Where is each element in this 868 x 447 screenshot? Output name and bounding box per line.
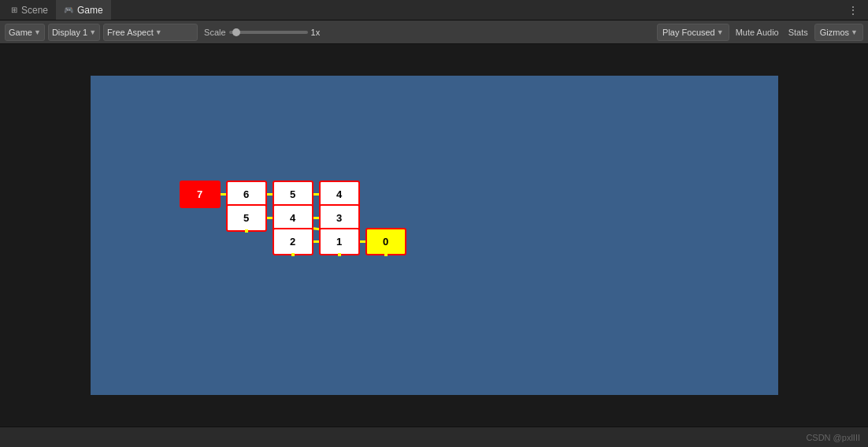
tab-scene-label: Scene <box>21 5 48 16</box>
card-7: 7 <box>180 181 221 208</box>
display-dropdown-arrow: ▼ <box>89 28 96 36</box>
card-0: 0 <box>365 228 406 255</box>
display-dropdown[interactable]: Display 1 ▼ <box>48 24 100 41</box>
scale-value: 1x <box>311 28 324 37</box>
aspect-dropdown[interactable]: Free Aspect ▼ <box>103 24 198 41</box>
scene-icon: ⊞ <box>11 6 17 14</box>
game-dropdown[interactable]: Game ▼ <box>5 24 45 41</box>
scale-slider-thumb <box>232 28 240 36</box>
aspect-dropdown-label: Free Aspect <box>107 28 154 37</box>
game-dropdown-label: Game <box>9 28 32 37</box>
scale-section: Scale 1x <box>204 28 324 37</box>
tab-game[interactable]: 🎮 Game <box>56 0 111 20</box>
game-dropdown-arrow: ▼ <box>34 28 41 36</box>
card-5: 5 <box>226 204 267 232</box>
more-button[interactable]: ⋮ <box>841 4 865 17</box>
game-viewport: 7654543210 <box>91 76 778 395</box>
card-1: 1 <box>319 228 360 255</box>
play-focused-button[interactable]: Play Focused ▼ <box>657 24 729 41</box>
game-area: 7654543210 <box>91 76 778 395</box>
play-focused-label: Play Focused <box>662 28 715 37</box>
status-text: CSDN @pxlIII <box>806 433 860 442</box>
tab-scene[interactable]: ⊞ Scene <box>3 0 56 20</box>
display-dropdown-label: Display 1 <box>52 28 87 37</box>
scale-slider[interactable] <box>229 31 308 34</box>
card-2: 2 <box>273 228 313 255</box>
gizmos-label: Gizmos <box>820 28 849 37</box>
aspect-dropdown-arrow: ▼ <box>155 28 162 36</box>
play-focused-arrow: ▼ <box>717 28 724 36</box>
tab-game-label: Game <box>77 5 103 16</box>
gizmos-button[interactable]: Gizmos ▼ <box>814 24 863 41</box>
stats-button[interactable]: Stats <box>785 24 811 41</box>
viewport-container: 7654543210 <box>0 44 868 427</box>
scale-label: Scale <box>204 28 226 37</box>
gizmos-arrow: ▼ <box>851 28 858 36</box>
status-bar: CSDN @pxlIII <box>0 427 868 447</box>
toolbar: Game ▼ Display 1 ▼ Free Aspect ▼ Scale 1… <box>0 20 868 44</box>
mute-audio-button[interactable]: Mute Audio <box>733 24 782 41</box>
game-icon: 🎮 <box>64 6 73 14</box>
tab-bar: ⊞ Scene 🎮 Game ⋮ <box>0 0 868 20</box>
